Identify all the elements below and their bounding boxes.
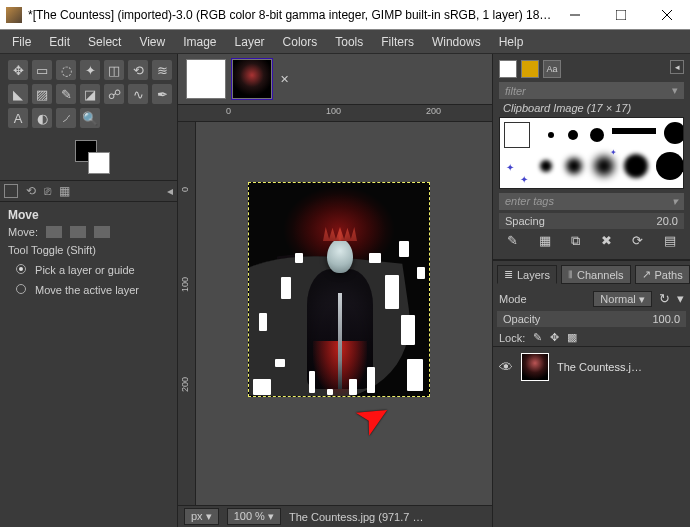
move-label: Move: [8, 226, 38, 238]
canvas-image [327, 239, 353, 273]
tool-crop[interactable]: ◫ [104, 60, 124, 80]
menu-tools[interactable]: Tools [329, 33, 369, 51]
menu-colors[interactable]: Colors [277, 33, 324, 51]
tool-clone[interactable]: ☍ [104, 84, 124, 104]
tool-rect-select[interactable]: ▭ [32, 60, 52, 80]
menu-windows[interactable]: Windows [426, 33, 487, 51]
radio-pick-layer[interactable] [16, 264, 26, 274]
zoom-select[interactable]: 100 % ▾ [227, 508, 281, 525]
menu-bar: File Edit Select View Image Layer Colors… [0, 30, 690, 54]
move-mode-selection[interactable] [70, 226, 86, 238]
image-tab-2[interactable] [232, 59, 272, 99]
menu-filters[interactable]: Filters [375, 33, 420, 51]
minimize-button[interactable] [552, 0, 598, 30]
image-tab-icon[interactable]: ▦ [59, 184, 70, 198]
duplicate-brush-icon[interactable]: ⧉ [571, 233, 580, 249]
layer-name[interactable]: The Countess.j… [557, 361, 642, 373]
tags-dropdown-icon[interactable]: ▾ [672, 195, 678, 208]
canvas-image [338, 293, 342, 389]
menu-layer[interactable]: Layer [229, 33, 271, 51]
opt-move-active: Move the active layer [35, 284, 139, 296]
tool-options-tab[interactable] [4, 184, 18, 198]
background-swatch[interactable] [88, 152, 110, 174]
menu-help[interactable]: Help [493, 33, 530, 51]
layer-thumbnail [521, 353, 549, 381]
color-swatches[interactable] [0, 134, 177, 180]
opt-pick-layer: Pick a layer or guide [35, 264, 135, 276]
ruler-vertical: 0 100 200 [178, 122, 196, 505]
tool-warp[interactable]: ≋ [152, 60, 172, 80]
menu-edit[interactable]: Edit [43, 33, 76, 51]
brush-preview[interactable]: ✦ ✦ ✦ [499, 117, 684, 189]
toolbox: ✥ ▭ ◌ ✦ ◫ ⟲ ≋ ◣ ▨ ✎ ◪ ☍ ∿ ✒ A ◐ ⟋ 🔍 [0, 54, 177, 134]
open-as-image-icon[interactable]: ▤ [664, 233, 676, 249]
tool-smudge[interactable]: ∿ [128, 84, 148, 104]
lock-pixels-icon[interactable]: ✎ [533, 331, 542, 344]
menu-select[interactable]: Select [82, 33, 127, 51]
radio-move-active[interactable] [16, 284, 26, 294]
lock-position-icon[interactable]: ✥ [550, 331, 559, 344]
tab-channels[interactable]: ⦀ Channels [561, 265, 630, 284]
mode-menu-icon[interactable]: ▾ [677, 291, 684, 306]
clipboard-caption: Clipboard Image (17 × 17) [499, 99, 684, 117]
menu-image[interactable]: Image [177, 33, 222, 51]
tool-text[interactable]: A [8, 108, 28, 128]
configure-tab-icon[interactable]: ◂ [167, 184, 173, 198]
opacity-value[interactable]: 100.0 [652, 313, 680, 325]
refresh-brush-icon[interactable]: ⟳ [632, 233, 643, 249]
tool-color-picker[interactable]: ◐ [32, 108, 52, 128]
image-tab-1[interactable] [186, 59, 226, 99]
tab-paths[interactable]: ↗ Paths [635, 265, 690, 284]
tool-bucket[interactable]: ◣ [8, 84, 28, 104]
layer-row[interactable]: 👁 The Countess.j… [493, 346, 690, 387]
fg-mini[interactable] [499, 60, 517, 78]
brush-filter-input[interactable]: filter [505, 85, 526, 97]
undo-history-icon[interactable]: ⟲ [26, 184, 36, 198]
device-icon[interactable]: ⎚ [44, 184, 51, 198]
tool-eraser[interactable]: ◪ [80, 84, 100, 104]
new-brush-icon[interactable]: ▦ [539, 233, 551, 249]
svg-rect-1 [616, 10, 626, 20]
tool-move[interactable]: ✥ [8, 60, 28, 80]
tool-gradient[interactable]: ▨ [32, 84, 52, 104]
delete-brush-icon[interactable]: ✖ [601, 233, 612, 249]
tool-toggle-label: Tool Toggle (Shift) [0, 240, 177, 260]
dock-menu-icon[interactable]: ◂ [670, 60, 684, 74]
opacity-label: Opacity [503, 313, 540, 325]
tool-zoom[interactable]: 🔍 [80, 108, 100, 128]
spacing-value[interactable]: 20.0 [657, 215, 678, 227]
app-icon [6, 7, 22, 23]
window-title: *[The Countess] (imported)-3.0 (RGB colo… [28, 8, 552, 22]
font-mini[interactable]: Aa [543, 60, 561, 78]
lock-alpha-icon[interactable]: ▩ [567, 331, 577, 344]
mode-label: Mode [499, 293, 527, 305]
pattern-mini[interactable] [521, 60, 539, 78]
tool-path[interactable]: ✒ [152, 84, 172, 104]
unit-select[interactable]: px ▾ [184, 508, 219, 525]
menu-file[interactable]: File [6, 33, 37, 51]
tags-input[interactable]: enter tags [505, 195, 554, 208]
mode-select[interactable]: Normal ▾ [593, 291, 652, 307]
close-button[interactable] [644, 0, 690, 30]
spacing-label: Spacing [505, 215, 545, 227]
tool-fuzzy-select[interactable]: ✦ [80, 60, 100, 80]
move-mode-path[interactable] [94, 226, 110, 238]
tool-pencil[interactable]: ✎ [56, 84, 76, 104]
canvas[interactable] [248, 182, 430, 397]
mode-switch-icon[interactable]: ↻ [659, 291, 670, 306]
move-mode-layer[interactable] [46, 226, 62, 238]
tool-measure[interactable]: ⟋ [56, 108, 76, 128]
tool-free-select[interactable]: ◌ [56, 60, 76, 80]
filter-dropdown-icon[interactable]: ▾ [672, 84, 678, 97]
tab-layers[interactable]: ≣ Layers [497, 265, 557, 284]
maximize-button[interactable] [598, 0, 644, 30]
visibility-icon[interactable]: 👁 [499, 359, 513, 375]
status-filename: The Countess.jpg (971.7 … [289, 511, 424, 523]
lock-label: Lock: [499, 332, 525, 344]
ruler-horizontal: 0 100 200 [178, 104, 492, 122]
close-image-tab[interactable]: ✕ [280, 73, 289, 86]
edit-brush-icon[interactable]: ✎ [507, 233, 518, 249]
tool-options-title: Move [0, 202, 177, 224]
tool-transform[interactable]: ⟲ [128, 60, 148, 80]
menu-view[interactable]: View [133, 33, 171, 51]
